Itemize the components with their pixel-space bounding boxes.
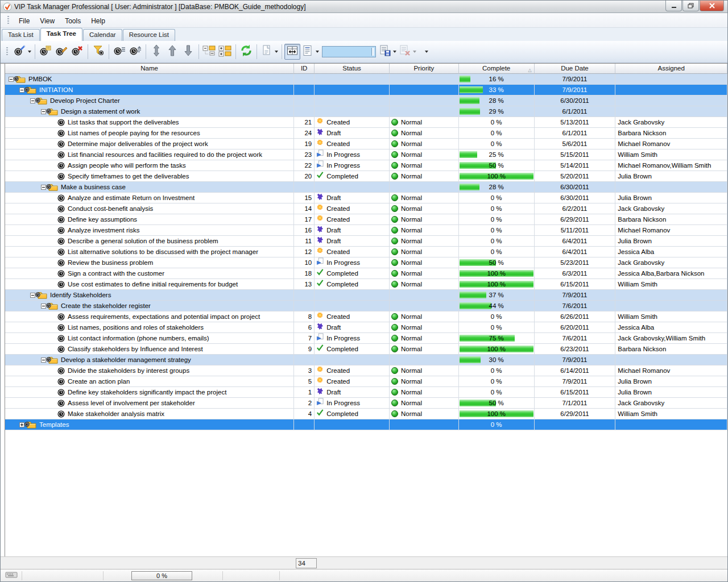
task-id: 7: [308, 335, 312, 342]
task-row[interactable]: Specify timeframes to get the deliverabl…: [5, 171, 727, 182]
expand-all-button[interactable]: [217, 44, 233, 60]
group-row[interactable]: Templates0 %: [5, 419, 727, 430]
add-task-button[interactable]: [38, 44, 53, 60]
column-header-priority[interactable]: Priority: [390, 64, 459, 74]
collapse-expander-icon[interactable]: [9, 77, 14, 82]
layouts-button[interactable]: [300, 44, 320, 60]
edit-task-button[interactable]: [53, 44, 69, 60]
task-row[interactable]: Create an action plan5CreatedNormal0 %7/…: [5, 376, 727, 387]
collapse-expander-icon[interactable]: [30, 98, 35, 103]
task-row[interactable]: List names of people paying for the reso…: [5, 128, 727, 139]
due-date: 6/26/2011: [560, 313, 589, 320]
menu-item-help[interactable]: Help: [86, 15, 110, 27]
tab-resource-list[interactable]: Resource List: [123, 29, 175, 41]
task-row[interactable]: Divide the stakeholders by interest grou…: [5, 365, 727, 376]
task-row[interactable]: List names, positions and roles of stake…: [5, 322, 727, 333]
complete-label: 33 %: [459, 85, 534, 95]
task-name: Create an action plan: [68, 376, 130, 386]
delete-task-button[interactable]: [69, 44, 85, 60]
new-task-button[interactable]: [13, 44, 32, 60]
task-row[interactable]: Sign a contract with the customer18Compl…: [5, 268, 727, 279]
collapse-expander-icon[interactable]: [41, 185, 46, 190]
task-row[interactable]: Analyze and estimate Return on Investmen…: [5, 193, 727, 203]
task-details-button[interactable]: [111, 44, 127, 60]
task-row[interactable]: Assign people who will perform the tasks…: [5, 160, 727, 171]
collapse-expander-icon[interactable]: [41, 357, 46, 363]
task-row[interactable]: List contact information (phone numbers,…: [5, 333, 727, 344]
group-row[interactable]: PMBOK16 %7/9/2011: [5, 74, 727, 85]
export-button[interactable]: [259, 44, 279, 60]
task-history-button[interactable]: [127, 44, 143, 60]
tab-calendar[interactable]: Calendar: [83, 29, 122, 41]
group-row[interactable]: Create the stakeholder register44 %7/6/2…: [5, 301, 727, 311]
filter-tasks-button[interactable]: [90, 44, 106, 60]
task-row[interactable]: Define key stakeholders significantly im…: [5, 387, 727, 398]
name-cell: List contact information (phone numbers,…: [5, 333, 294, 344]
task-row[interactable]: List tasks that support the deliverables…: [5, 117, 727, 128]
layout-combobox[interactable]: [322, 46, 376, 57]
refresh-button[interactable]: [238, 44, 254, 60]
move-down-button[interactable]: [180, 44, 196, 60]
column-header-id[interactable]: ID: [294, 64, 315, 74]
task-row[interactable]: Make stakeholder analysis matrix4Complet…: [5, 409, 727, 419]
column-header-due[interactable]: Due Date: [535, 64, 616, 74]
task-row[interactable]: Use cost estimates to define initial req…: [5, 279, 727, 290]
task-row[interactable]: Assess level of involvement per stakehol…: [5, 398, 727, 409]
toolbar-overflow-button[interactable]: [417, 44, 433, 60]
id-cell: 3: [294, 365, 315, 376]
task-row[interactable]: List alternative solutions to be discuss…: [5, 247, 727, 257]
collapse-expander-icon[interactable]: [41, 304, 46, 309]
tab-task-list[interactable]: Task List: [2, 29, 40, 41]
clock-icon: [57, 346, 65, 353]
task-row[interactable]: Review the business problem10In Progress…: [5, 257, 727, 268]
priority-label: Normal: [401, 236, 422, 246]
collapse-expander-icon[interactable]: [19, 88, 24, 93]
complete-label: 100 %: [459, 409, 534, 419]
collapse-expander-icon[interactable]: [30, 293, 35, 298]
priority-cell: Normal: [390, 311, 459, 322]
menu-item-view[interactable]: View: [35, 15, 60, 27]
menu-item-tools[interactable]: Tools: [60, 15, 86, 27]
normal-priority-icon: [391, 205, 398, 212]
save-layout-button[interactable]: [378, 44, 398, 60]
column-header-name[interactable]: Name: [5, 64, 294, 74]
group-row[interactable]: Develop Project Charter28 %6/30/2011: [5, 95, 727, 106]
move-up-button[interactable]: [164, 44, 180, 60]
fit-columns-button[interactable]: [284, 44, 300, 60]
complete-cell: 44 %: [459, 301, 535, 311]
filter-tasks-icon: [92, 44, 105, 59]
task-row[interactable]: List financial resources and facilities …: [5, 149, 727, 160]
collapse-expander-icon[interactable]: [41, 109, 46, 114]
task-row[interactable]: Conduct cost-benefit analysis14CreatedNo…: [5, 203, 727, 214]
task-row[interactable]: Assess requirements, expectations and po…: [5, 311, 727, 322]
column-header-assigned[interactable]: Assigned: [615, 64, 727, 74]
menu-item-file[interactable]: File: [14, 15, 35, 27]
column-header-complete[interactable]: Complete△: [459, 64, 535, 74]
group-row[interactable]: Design a statement of work29 %6/1/2011: [5, 106, 727, 117]
collapse-all-button[interactable]: [201, 44, 217, 60]
task-row[interactable]: Classify stakeholders by Influence and I…: [5, 344, 727, 355]
task-row[interactable]: Describe a general solution of the busin…: [5, 236, 727, 247]
tab-task-tree[interactable]: Task Tree: [40, 28, 82, 41]
folder-icon: [48, 108, 58, 115]
minimize-button[interactable]: [665, 1, 682, 11]
restore-button[interactable]: [682, 1, 699, 11]
task-row[interactable]: Define key assumptions17CreatedNormal0 %…: [5, 214, 727, 225]
group-row[interactable]: Develop a stakeholder management strateg…: [5, 355, 727, 365]
group-row[interactable]: INITIATION33 %7/9/2011: [5, 85, 727, 95]
due-date-cell: 6/30/2011: [535, 95, 616, 106]
status-cell: Completed: [315, 171, 390, 182]
clock-icon: [57, 238, 65, 245]
priority-label: Normal: [401, 398, 422, 408]
move-updown-button[interactable]: [148, 44, 164, 60]
completed-icon: [316, 279, 324, 286]
column-header-status[interactable]: Status: [315, 64, 390, 74]
task-name: Describe a general solution of the busin…: [68, 236, 218, 246]
task-row[interactable]: Analyze investment risks16DraftNormal0 %…: [5, 225, 727, 236]
close-button[interactable]: [700, 1, 724, 11]
task-row[interactable]: Determine major deliverables of the proj…: [5, 139, 727, 149]
group-row[interactable]: Identify Stakeholders37 %7/9/2011: [5, 290, 727, 301]
remove-layout-button[interactable]: [398, 44, 417, 60]
expand-expander-icon[interactable]: [19, 422, 24, 427]
group-row[interactable]: Make a business case28 %6/30/2011: [5, 182, 727, 193]
